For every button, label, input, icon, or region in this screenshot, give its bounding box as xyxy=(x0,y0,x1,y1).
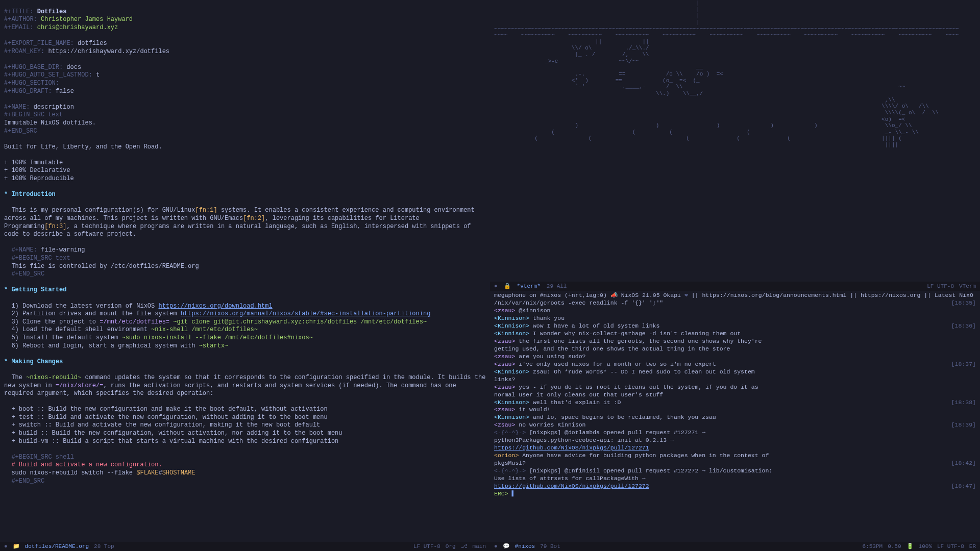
modeline-right: ● 💬 #nixos 79 Bot 6:53PM 0.50 🔋 100% LF … xyxy=(490,542,980,551)
heading-making-changes[interactable]: * Making Changes xyxy=(4,358,63,365)
irc-nick: <Kinnison> xyxy=(494,368,529,375)
irc-message: <Kinnison> and lo, space begins to be re… xyxy=(494,414,976,421)
irc-message: links? xyxy=(494,376,976,384)
circle-icon: ● xyxy=(494,283,498,290)
irc-timestamp: [18:36] xyxy=(951,322,976,330)
irc-text: wow I have a lot of old system links xyxy=(529,322,659,329)
irc-text: and lo, space begins to be reclaimed, th… xyxy=(529,414,716,420)
irc-link[interactable]: https://github.com/NixOS/nixpkgs/pull/12… xyxy=(494,483,649,489)
doc-email: chris@chrishayward.xyz xyxy=(37,24,118,31)
irc-timestamp: [18:47] xyxy=(951,483,976,490)
irc-nick: <orion> xyxy=(494,452,519,459)
title-keyword: #+TITLE: xyxy=(4,8,34,15)
irc-message: <zsau> i've only used nixos for a month … xyxy=(494,361,976,368)
irc-topic: megaphone on #nixos (+nrt,lag:0) 📣 NixOS… xyxy=(494,292,976,299)
name-warn: file-warning xyxy=(41,246,85,254)
intro-text-d: , a technique where programs are written… xyxy=(4,223,475,238)
editor-pane[interactable]: #+TITLE: Dotfiles #+AUTHOR: Christopher … xyxy=(0,0,490,542)
irc-nick: <zsau> xyxy=(494,338,515,344)
mc-cmd: ~nixos-rebuild~ xyxy=(26,374,81,381)
erc-prompt-line[interactable]: ERC> ▌ xyxy=(494,490,976,498)
lock-icon: 🔒 xyxy=(504,283,511,290)
intro-text: This is my personal configuration(s) for… xyxy=(11,207,195,214)
hugo-base: docs xyxy=(66,64,81,71)
email-keyword: #+EMAIL: xyxy=(4,24,34,31)
export-value: dotfiles xyxy=(78,40,107,47)
load-avg: 0.50 xyxy=(888,543,901,550)
irc-nick: <zsau> xyxy=(494,307,515,314)
name-warn-kw: #+NAME: xyxy=(11,246,37,254)
irc-text: [nixpkgs] @Infinisil opened pull request… xyxy=(526,467,772,474)
op-3: + build :: Build the new configuration, … xyxy=(11,430,342,437)
irc-message: <zsau> yes - if you do it as root it cle… xyxy=(494,384,976,391)
irc-nick: <zsau> xyxy=(494,384,515,390)
irc-text: well that'd explain it :D xyxy=(529,399,621,406)
op-0: + boot :: Build the new configuration an… xyxy=(11,406,327,413)
bullet-0: + 100% Immutable xyxy=(4,159,63,166)
irc-message: <zsau> it would! xyxy=(494,406,976,414)
irc-message: python3Packages.python-ecobee-api: init … xyxy=(494,437,976,444)
heading-introduction[interactable]: * Introduction xyxy=(4,191,56,198)
irc-text: getting used, and the third one shows th… xyxy=(494,345,730,352)
irc-buffer-name: #nixos xyxy=(515,543,535,550)
irc-nick: <Kinnison> xyxy=(494,414,529,420)
footnote-3[interactable]: [fn:3] xyxy=(44,223,66,230)
hugo-lastmod-kw: #+HUGO_AUTO_SET_LASTMOD: xyxy=(4,71,92,79)
irc-text: links? xyxy=(494,376,515,383)
step-5-cmd: ~sudo nixos-install --flake /mnt/etc/dot… xyxy=(121,334,312,341)
irc-timestamp: [18:37] xyxy=(951,361,976,368)
irc-nick: <Kinnison> xyxy=(494,399,529,406)
shell-var-hostname: $HOSTNAME xyxy=(162,469,195,477)
irc-position: 79 Bot xyxy=(540,543,560,550)
left-encoding: LF UTF-8 xyxy=(413,543,440,550)
left-mode: Org xyxy=(446,543,456,550)
step-6-cmd: ~startx~ xyxy=(199,342,229,349)
irc-message: <-{^-^}-> [nixpkgs] @dotlambda opened pu… xyxy=(494,429,976,437)
end-src-2: #+END_SRC xyxy=(11,270,44,278)
buffer-position: 28 Top xyxy=(94,543,114,550)
irc-link[interactable]: https://github.com/NixOS/nixpkgs/pull/12… xyxy=(494,444,649,451)
irc-text: [nixpkgs] @dotlambda opened pull request… xyxy=(526,429,705,436)
warn-body: This file is controlled by /etc/dotfiles… xyxy=(11,263,199,270)
desc-body: Immutable NixOS dotfiles. xyxy=(4,119,96,127)
end-src: #+END_SRC xyxy=(4,128,37,135)
download-link[interactable]: https://nixos.org/download.html xyxy=(158,303,272,310)
irc-timestamp: [18:38] xyxy=(951,399,976,407)
step-2: 2) Partition drives and mount the file s… xyxy=(11,310,180,317)
irc-message: <Kinnison> thank you xyxy=(494,315,976,322)
tagline: Built for Life, Liberty, and the Open Ro… xyxy=(4,143,162,151)
footnote-1[interactable]: [fn:1] xyxy=(195,207,217,214)
irc-nick: <-{^-^}-> xyxy=(494,467,526,474)
irc-nick: <zsau> xyxy=(494,353,515,360)
irc-ts: [18:35] xyxy=(951,299,976,307)
irc-message: <Kinnison> I wonder why nix-collect-garb… xyxy=(494,330,976,338)
op-2: + switch :: Build and activate the new c… xyxy=(11,421,320,429)
irc-text: normal user it only cleans out that user… xyxy=(494,391,663,398)
partition-link[interactable]: https://nixos.org/manual/nixos/stable/#s… xyxy=(181,310,431,317)
vterm-pane[interactable]: | | | | ~~~~~~~~~~~~ xyxy=(490,0,980,282)
chat-icon: 💬 xyxy=(503,543,510,550)
right-mode: ER xyxy=(969,543,976,550)
vterm-buffer-name: *vterm* xyxy=(517,283,541,290)
irc-pane[interactable]: megaphone on #nixos (+nrt,lag:0) 📣 NixOS… xyxy=(490,291,980,541)
battery-pct: 100% xyxy=(919,543,932,550)
right-column: | | | | ~~~~~~~~~~~~ xyxy=(490,0,980,542)
footnote-2[interactable]: [fn:2] xyxy=(243,215,265,222)
doc-title: Dotfiles xyxy=(37,8,67,15)
erc-cursor[interactable]: ▌ xyxy=(512,490,516,497)
irc-message: https://github.com/NixOS/nixpkgs/pull/12… xyxy=(494,483,976,490)
name-desc: description xyxy=(34,104,74,111)
irc-message: <zsau> no worries Kinnison[18:39] xyxy=(494,421,976,429)
author-keyword: #+AUTHOR: xyxy=(4,16,37,23)
battery-icon: 🔋 xyxy=(906,543,914,550)
irc-message: getting used, and the third one shows th… xyxy=(494,345,976,353)
erc-prompt: ERC> xyxy=(494,490,512,497)
heading-getting-started[interactable]: * Getting Started xyxy=(4,286,66,293)
irc-text: are you using sudo? xyxy=(515,353,585,360)
op-1: + test :: Build and activate the new con… xyxy=(11,414,327,421)
irc-text: thank you xyxy=(529,315,565,321)
step-3: 3) Clone the project to xyxy=(11,318,100,325)
irc-message: <-{^-^}-> [nixpkgs] @Infinisil opened pu… xyxy=(494,467,976,475)
irc-text: no worries Kinnison xyxy=(515,421,585,428)
modeline: ● 📁 dotfiles/README.org 28 Top LF UTF-8 … xyxy=(0,542,980,551)
